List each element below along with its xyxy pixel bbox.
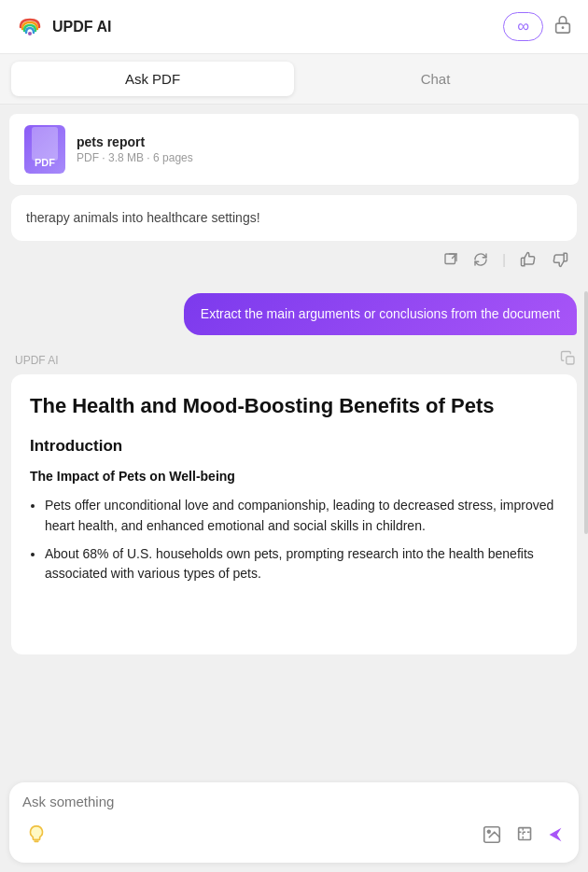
ai-response-subsection1: The Impact of Pets on Well-being xyxy=(30,466,558,486)
external-link-icon xyxy=(442,251,459,268)
input-left-icons xyxy=(22,821,50,853)
external-link-button[interactable] xyxy=(442,251,459,268)
user-message-container: Extract the main arguments or conclusion… xyxy=(11,286,577,343)
updf-ai-label-text: UPDF AI xyxy=(15,354,59,367)
svg-point-7 xyxy=(487,830,490,833)
infinity-icon: ∞ xyxy=(517,17,529,36)
pdf-filename: pets report xyxy=(77,134,193,149)
header-actions: ∞ xyxy=(503,12,573,41)
ai-partial-text: therapy animals into healthcare settings… xyxy=(26,210,260,225)
input-area xyxy=(9,782,579,863)
lock-icon xyxy=(553,14,573,35)
message-input[interactable] xyxy=(22,794,566,817)
infinity-button[interactable]: ∞ xyxy=(503,12,543,41)
app-header: UPDF AI ∞ xyxy=(0,0,588,54)
ai-response-bullet-1: Pets offer unconditional love and compan… xyxy=(45,496,558,536)
main-content: PDF pets report PDF · 3.8 MB · 6 pages t… xyxy=(0,105,588,872)
lightbulb-button[interactable] xyxy=(22,821,50,853)
message-actions: | xyxy=(11,246,577,278)
ai-response-bullet-2: About 68% of U.S. households own pets, p… xyxy=(45,544,558,584)
pdf-label: PDF xyxy=(35,157,55,168)
scrollbar-track xyxy=(584,291,588,534)
app-title: UPDF AI xyxy=(52,19,111,35)
thumbs-down-icon xyxy=(551,250,569,269)
svg-point-1 xyxy=(28,32,32,35)
image-icon xyxy=(482,824,502,845)
app-logo-icon xyxy=(15,12,45,42)
svg-rect-4 xyxy=(445,254,455,264)
pdf-metadata: PDF · 3.8 MB · 6 pages xyxy=(77,151,193,164)
copy-button[interactable] xyxy=(560,350,577,371)
crop-button[interactable] xyxy=(511,821,539,853)
pdf-page-graphic xyxy=(32,127,58,161)
send-button[interactable] xyxy=(545,824,566,850)
svg-rect-8 xyxy=(519,828,531,840)
pdf-info-bar: PDF pets report PDF · 3.8 MB · 6 pages xyxy=(9,114,579,186)
input-action-bar xyxy=(22,821,566,853)
image-button[interactable] xyxy=(478,821,506,853)
tab-bar: Ask PDF Chat xyxy=(0,54,588,105)
pdf-details: pets report PDF · 3.8 MB · 6 pages xyxy=(77,134,193,164)
input-right-icons xyxy=(478,821,566,853)
ai-response-title: The Health and Mood-Boosting Benefits of… xyxy=(30,393,558,420)
user-message-text: Extract the main arguments or conclusion… xyxy=(201,306,560,321)
lightbulb-icon xyxy=(26,824,47,845)
tab-chat[interactable]: Chat xyxy=(294,62,577,96)
pdf-file-icon: PDF xyxy=(24,125,65,174)
svg-rect-5 xyxy=(567,357,574,364)
refresh-icon xyxy=(472,251,489,268)
thumbs-up-icon xyxy=(519,250,538,269)
thumbs-up-button[interactable] xyxy=(519,250,538,269)
logo-area: UPDF AI xyxy=(15,12,111,42)
tab-ask-pdf[interactable]: Ask PDF xyxy=(11,62,294,96)
ai-response-list: Pets offer unconditional love and compan… xyxy=(30,496,558,584)
ai-partial-message: therapy animals into healthcare settings… xyxy=(11,195,577,241)
copy-icon xyxy=(560,350,577,367)
user-bubble: Extract the main arguments or conclusion… xyxy=(184,293,577,335)
ai-response-card: The Health and Mood-Boosting Benefits of… xyxy=(11,374,577,654)
refresh-button[interactable] xyxy=(472,251,489,268)
send-icon xyxy=(545,824,566,845)
ai-response-section1: Introduction xyxy=(30,433,558,458)
ai-label-row: UPDF AI xyxy=(15,350,577,371)
svg-point-3 xyxy=(562,26,565,29)
action-divider: | xyxy=(502,252,506,267)
chat-area: therapy animals into healthcare settings… xyxy=(0,186,588,782)
lock-button[interactable] xyxy=(553,14,573,39)
crop-icon xyxy=(515,824,536,845)
thumbs-down-button[interactable] xyxy=(551,250,569,269)
